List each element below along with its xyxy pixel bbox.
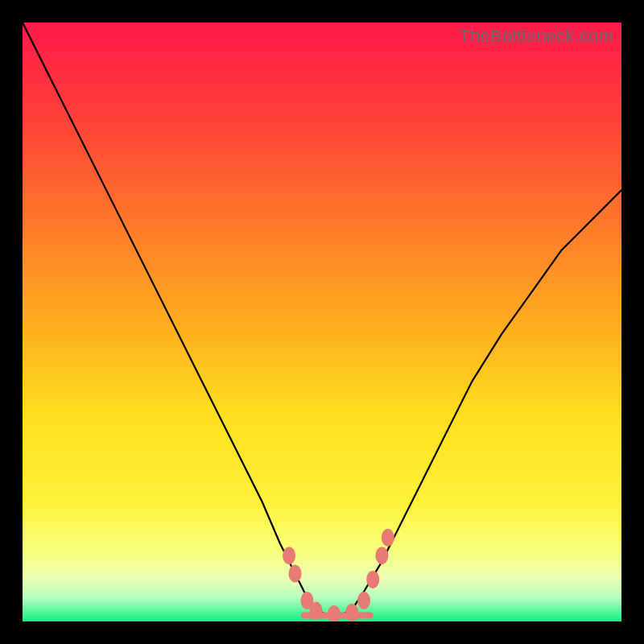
bottleneck-curve	[23, 23, 621, 616]
curve-beads	[283, 529, 394, 621]
curve-bead	[289, 565, 302, 583]
curve-bead	[328, 605, 341, 621]
curve-layer	[23, 23, 621, 621]
plot-area: TheBottleneck.com	[23, 23, 621, 621]
watermark-text: TheBottleneck.com	[459, 26, 613, 47]
curve-bead	[345, 604, 358, 621]
curve-bead	[357, 592, 370, 609]
curve-bead	[375, 547, 388, 564]
curve-bead	[310, 602, 323, 620]
curve-bead	[366, 571, 379, 588]
curve-bead	[283, 547, 295, 564]
chart-frame: TheBottleneck.com	[0, 0, 644, 644]
curve-bead	[382, 529, 394, 547]
